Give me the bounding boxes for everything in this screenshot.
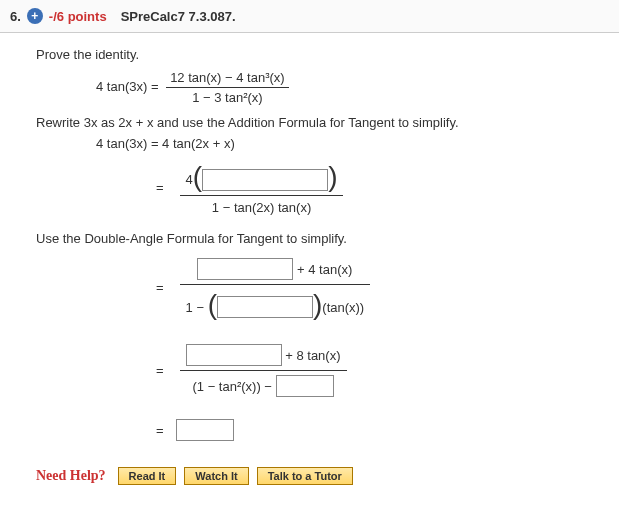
points-label: -/6 points — [49, 9, 107, 24]
blank-step4-denominator[interactable] — [276, 375, 334, 397]
source-label: SPreCalc7 7.3.087. — [121, 9, 236, 24]
equals-sign: = — [156, 280, 164, 295]
step4-num-suffix: + 8 tan(x) — [285, 348, 340, 363]
question-number: 6. — [10, 9, 21, 24]
step5-equation: = — [156, 419, 583, 441]
identity-equation: 4 tan(3x) = 12 tan(x) − 4 tan³(x) 1 − 3 … — [96, 70, 583, 105]
blank-addition-numerator[interactable] — [202, 169, 328, 191]
identity-denominator: 1 − 3 tan²(x) — [166, 88, 289, 105]
need-help-label: Need Help? — [36, 468, 106, 484]
identity-numerator: 12 tan(x) − 4 tan³(x) — [166, 70, 289, 88]
read-it-button[interactable]: Read It — [118, 467, 177, 485]
talk-to-tutor-button[interactable]: Talk to a Tutor — [257, 467, 353, 485]
double-angle-instruction: Use the Double-Angle Formula for Tangent… — [36, 231, 583, 246]
watch-it-button[interactable]: Watch It — [184, 467, 248, 485]
blank-step3-numerator[interactable] — [197, 258, 293, 280]
step2-equation: = 4() 1 − tan(2x) tan(x) — [156, 157, 583, 219]
equals-sign: = — [156, 180, 164, 195]
blank-step4-numerator[interactable] — [186, 344, 282, 366]
step3-equation: = + 4 tan(x) 1 − ()(tan(x)) — [156, 254, 583, 323]
equals-sign: = — [156, 363, 164, 378]
equals-sign: = — [156, 423, 164, 438]
step2-denominator: 1 − tan(2x) tan(x) — [180, 196, 344, 219]
step4-equation: = + 8 tan(x) (1 − tan²(x)) − — [156, 340, 583, 401]
blank-step3-denominator[interactable] — [217, 296, 313, 318]
prove-label: Prove the identity. — [36, 47, 583, 62]
step1-equation: 4 tan(3x) = 4 tan(2x + x) — [96, 136, 583, 151]
step3-den-pre: 1 − — [186, 300, 208, 315]
question-header: 6. + -/6 points SPreCalc7 7.3.087. — [0, 0, 619, 33]
identity-left: 4 tan(3x) = — [96, 79, 159, 94]
question-content: Prove the identity. 4 tan(3x) = 12 tan(x… — [0, 33, 619, 503]
step3-den-suffix: (tan(x)) — [322, 300, 364, 315]
help-row: Need Help? Read It Watch It Talk to a Tu… — [36, 467, 583, 485]
coef-4: 4 — [186, 172, 193, 187]
step3-num-suffix: + 4 tan(x) — [297, 261, 352, 276]
rewrite-instruction: Rewrite 3x as 2x + x and use the Additio… — [36, 115, 583, 130]
expand-icon[interactable]: + — [27, 8, 43, 24]
step4-den-pre: (1 − tan²(x)) − — [193, 379, 276, 394]
blank-final-answer[interactable] — [176, 419, 234, 441]
